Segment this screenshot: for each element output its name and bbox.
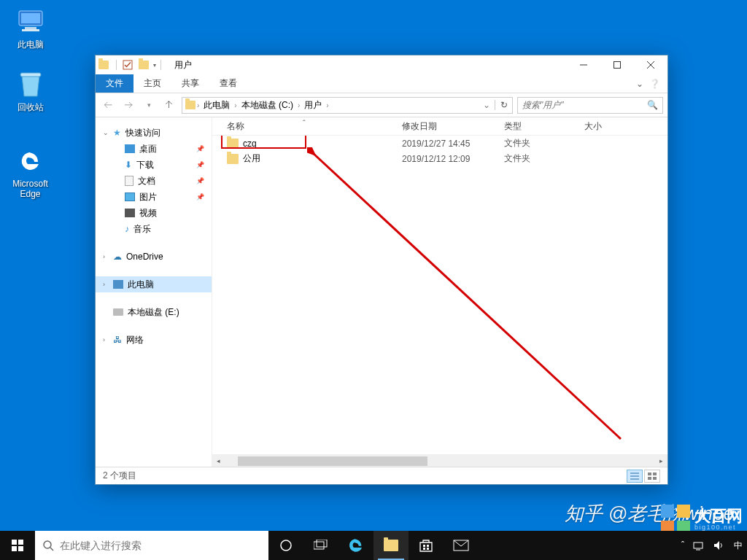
nav-pictures[interactable]: 图片📌: [96, 189, 212, 205]
pin-icon: 📌: [196, 177, 204, 184]
file-row[interactable]: czq 2019/12/27 14:45 文件夹: [212, 136, 667, 151]
nav-label: 桌面: [139, 143, 157, 155]
col-type[interactable]: 类型: [504, 120, 584, 133]
desktop-icon-my-computer[interactable]: 此电脑: [3, 7, 58, 51]
breadcrumb-pc[interactable]: 此电脑: [201, 99, 233, 112]
recent-dropdown[interactable]: ▾: [141, 97, 157, 113]
chevron-right-icon[interactable]: ›: [233, 101, 238, 109]
tab-home[interactable]: 主页: [133, 74, 171, 93]
search-box[interactable]: 🔍: [517, 97, 663, 114]
nav-onedrive[interactable]: ›☁OneDrive: [96, 249, 212, 265]
maximize-button[interactable]: [600, 55, 634, 74]
chevron-right-icon[interactable]: ›: [296, 101, 301, 109]
close-button[interactable]: [634, 55, 667, 74]
file-rows: czq 2019/12/27 14:45 文件夹 公用 2019/12/12 1…: [212, 136, 667, 454]
window-title: 用户: [174, 59, 192, 71]
start-button[interactable]: [0, 531, 35, 560]
desktop-icon-recycle-bin[interactable]: 回收站: [3, 70, 58, 114]
search-icon: [42, 540, 54, 551]
horizontal-scrollbar[interactable]: ◂ ▸: [212, 454, 667, 467]
nav-music[interactable]: ♪音乐: [96, 221, 212, 237]
svg-line-23: [50, 548, 53, 551]
task-view-button[interactable]: [303, 531, 338, 560]
up-button[interactable]: 🡡: [161, 97, 177, 113]
nav-this-pc[interactable]: ›此电脑: [96, 276, 212, 292]
download-icon: ⬇: [125, 160, 132, 170]
chevron-down-icon[interactable]: ▾: [153, 62, 156, 69]
taskbar-store[interactable]: [409, 531, 444, 560]
view-details-button[interactable]: [627, 470, 643, 483]
nav-videos[interactable]: 视频: [96, 205, 212, 221]
desktop-icon-edge[interactable]: Microsoft Edge: [3, 146, 58, 199]
breadcrumb-drive[interactable]: 本地磁盘 (C:): [239, 99, 296, 112]
ribbon-expand-icon[interactable]: ⌄: [636, 79, 643, 89]
desktop-icon-label: 回收站: [3, 101, 58, 114]
tab-file[interactable]: 文件: [96, 74, 133, 93]
watermark-sub: big100.net: [694, 524, 743, 531]
titlebar[interactable]: ▾ 用户: [96, 55, 667, 74]
chevron-down-icon[interactable]: ⌄: [103, 129, 109, 136]
watermark-name: 大百网: [694, 508, 743, 524]
taskbar-search[interactable]: [35, 531, 268, 560]
nav-drive-e[interactable]: 本地磁盘 (E:): [96, 304, 212, 320]
chevron-right-icon[interactable]: ›: [103, 336, 105, 343]
minimize-button[interactable]: [567, 55, 600, 74]
cortana-button[interactable]: [268, 531, 303, 560]
nav-documents[interactable]: 文档📌: [96, 173, 212, 189]
taskbar-explorer[interactable]: [374, 531, 409, 560]
location-bar[interactable]: › 此电脑 › 本地磁盘 (C:) › 用户 › ⌄ ↻: [182, 97, 513, 114]
chevron-right-icon[interactable]: ›: [325, 101, 330, 109]
folder-icon: [227, 139, 239, 149]
scroll-right-icon[interactable]: ▸: [655, 455, 667, 467]
taskbar-search-input[interactable]: [54, 540, 268, 551]
refresh-button[interactable]: ↻: [495, 100, 512, 110]
file-name: czq: [243, 139, 257, 149]
taskbar-mail[interactable]: [444, 531, 479, 560]
network-icon: 🖧: [113, 335, 122, 345]
tray-ime[interactable]: 中: [729, 531, 747, 560]
tray-network-icon[interactable]: [689, 531, 709, 560]
search-icon[interactable]: 🔍: [647, 100, 658, 110]
back-button[interactable]: 🡠: [100, 97, 116, 113]
svg-rect-15: [653, 472, 657, 475]
chevron-right-icon[interactable]: ›: [196, 101, 201, 109]
nav-desktop[interactable]: 桌面📌: [96, 141, 212, 157]
nav-label: OneDrive: [126, 252, 163, 262]
nav-label: 下载: [136, 159, 154, 171]
scroll-thumb[interactable]: [238, 456, 427, 466]
search-input[interactable]: [522, 100, 647, 110]
view-large-icons-button[interactable]: [644, 470, 660, 483]
scroll-left-icon[interactable]: ◂: [212, 455, 225, 467]
svg-rect-14: [648, 472, 651, 475]
breadcrumb-users[interactable]: 用户: [301, 99, 325, 112]
nav-downloads[interactable]: ⬇下载📌: [96, 157, 212, 173]
nav-network[interactable]: ›🖧网络: [96, 332, 212, 348]
svg-rect-4: [20, 73, 41, 77]
col-modified[interactable]: 修改日期: [402, 120, 504, 133]
file-type: 文件夹: [504, 152, 584, 165]
pin-icon: 📌: [196, 193, 204, 201]
svg-rect-26: [317, 540, 327, 547]
file-row[interactable]: 公用 2019/12/12 12:09 文件夹: [212, 151, 667, 166]
taskbar-edge[interactable]: [338, 531, 374, 560]
tray-overflow[interactable]: ˆ: [677, 531, 689, 560]
tray-volume-icon[interactable]: [709, 531, 729, 560]
divider: [116, 60, 117, 70]
pin-icon: 📌: [196, 145, 204, 152]
col-name[interactable]: 名称: [227, 120, 402, 133]
svg-point-24: [281, 540, 291, 551]
checkbox-icon[interactable]: [123, 60, 133, 70]
nav-quick-access[interactable]: ⌄ ★ 快速访问: [96, 125, 212, 141]
folder-icon[interactable]: [139, 61, 149, 69]
dropdown-icon[interactable]: ⌄: [479, 100, 495, 110]
chevron-right-icon[interactable]: ›: [103, 253, 105, 260]
help-icon[interactable]: ❔: [649, 79, 660, 89]
nav-label: 视频: [139, 207, 157, 219]
column-headers: 名称 修改日期 类型 大小: [212, 117, 667, 136]
col-size[interactable]: 大小: [584, 120, 628, 133]
tab-share[interactable]: 共享: [171, 74, 209, 93]
chevron-right-icon[interactable]: ›: [103, 281, 105, 288]
logo-icon: [661, 505, 690, 534]
tab-view[interactable]: 查看: [209, 74, 247, 93]
svg-rect-1: [21, 13, 40, 23]
